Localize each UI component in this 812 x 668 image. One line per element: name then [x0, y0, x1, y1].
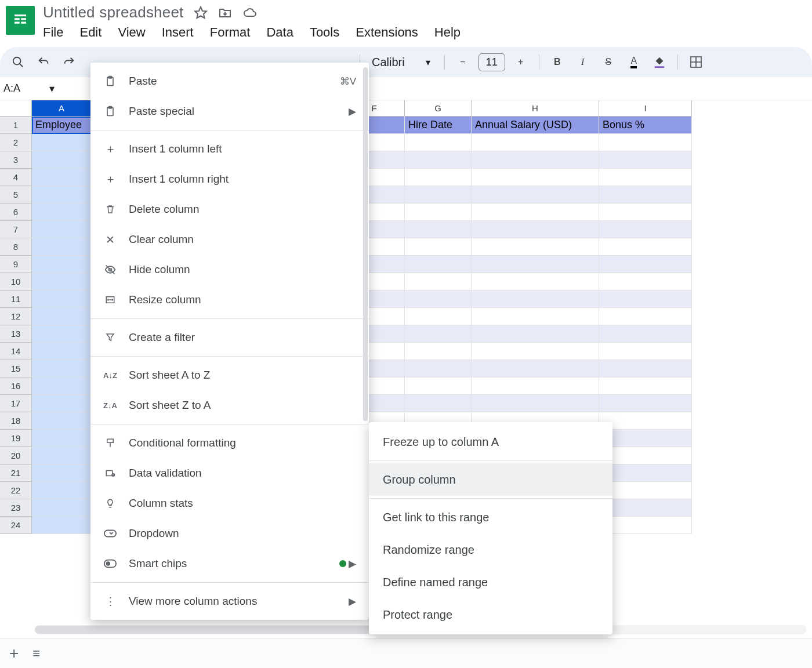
menu-view[interactable]: View	[118, 25, 145, 40]
name-box[interactable]: A:A ▾	[0, 82, 63, 95]
row-header[interactable]: 15	[0, 360, 32, 377]
cell[interactable]	[472, 343, 599, 360]
cell[interactable]	[472, 256, 599, 273]
submenu-freeze[interactable]: Freeze up to column A	[369, 426, 612, 458]
cell[interactable]	[32, 360, 92, 377]
menu-create-filter[interactable]: Create a filter	[90, 322, 369, 353]
cell[interactable]	[599, 343, 692, 360]
cell[interactable]	[599, 447, 692, 464]
row-header[interactable]: 1	[0, 117, 32, 134]
col-header-I[interactable]: I	[599, 100, 692, 117]
cell[interactable]	[32, 482, 92, 499]
add-sheet-icon[interactable]: +	[9, 644, 19, 663]
cell[interactable]	[472, 308, 599, 325]
cell[interactable]	[472, 186, 599, 204]
menu-column-stats[interactable]: Column stats	[90, 488, 369, 518]
row-header[interactable]: 23	[0, 499, 32, 517]
cell[interactable]	[599, 204, 692, 221]
font-name[interactable]: Calibri	[372, 56, 405, 69]
cell[interactable]	[405, 186, 472, 204]
col-header-H[interactable]: H	[472, 100, 599, 117]
cell[interactable]	[405, 169, 472, 186]
row-header[interactable]: 24	[0, 517, 32, 534]
menu-insert-col-left[interactable]: ＋Insert 1 column left	[90, 134, 369, 164]
menu-hide-col[interactable]: Hide column	[90, 255, 369, 285]
menu-insert[interactable]: Insert	[162, 25, 194, 40]
menu-edit[interactable]: Edit	[79, 25, 102, 40]
increase-font-icon[interactable]: +	[511, 52, 531, 72]
col-header-G[interactable]: G	[405, 100, 472, 117]
decrease-font-icon[interactable]: −	[453, 52, 473, 72]
search-icon[interactable]	[8, 52, 28, 72]
menu-sort-az[interactable]: A↓ZSort sheet A to Z	[90, 360, 369, 390]
menu-view-more-actions[interactable]: ⋮View more column actions▶	[90, 586, 369, 616]
menu-clear-col[interactable]: ✕Clear column	[90, 224, 369, 255]
cell[interactable]	[32, 221, 92, 238]
redo-icon[interactable]	[59, 52, 79, 72]
font-size-input[interactable]: 11	[478, 53, 505, 71]
menu-extensions[interactable]: Extensions	[356, 25, 418, 40]
cell[interactable]	[599, 517, 692, 534]
cell[interactable]	[599, 308, 692, 325]
cell[interactable]	[32, 377, 92, 395]
cell[interactable]	[405, 134, 472, 151]
sheets-logo-icon[interactable]	[6, 6, 35, 35]
menu-resize-col[interactable]: Resize column	[90, 285, 369, 315]
cell[interactable]	[599, 430, 692, 447]
menu-data-validation[interactable]: Data validation	[90, 458, 369, 488]
cell[interactable]	[32, 395, 92, 412]
row-header[interactable]: 19	[0, 430, 32, 447]
row-header[interactable]: 6	[0, 204, 32, 221]
menu-paste[interactable]: Paste ⌘V	[90, 66, 369, 96]
cell[interactable]	[32, 204, 92, 221]
cell[interactable]	[472, 360, 599, 377]
cell[interactable]	[472, 204, 599, 221]
menu-data[interactable]: Data	[266, 25, 293, 40]
cell[interactable]	[599, 325, 692, 343]
cell[interactable]	[405, 256, 472, 273]
row-header[interactable]: 18	[0, 412, 32, 430]
cell[interactable]	[599, 499, 692, 517]
doc-title[interactable]: Untitled spreadsheet	[43, 3, 183, 21]
cell[interactable]	[32, 238, 92, 256]
cell[interactable]	[32, 464, 92, 482]
row-header[interactable]: 13	[0, 325, 32, 343]
cell[interactable]	[472, 221, 599, 238]
cell[interactable]	[32, 412, 92, 430]
cell[interactable]	[472, 395, 599, 412]
cell[interactable]	[32, 517, 92, 534]
cell[interactable]	[599, 134, 692, 151]
row-header[interactable]: 20	[0, 447, 32, 464]
move-folder-icon[interactable]	[218, 6, 232, 20]
row-header[interactable]: 8	[0, 238, 32, 256]
cell[interactable]	[599, 256, 692, 273]
menu-format[interactable]: Format	[210, 25, 251, 40]
text-color-icon[interactable]: A	[624, 52, 644, 72]
fill-color-icon[interactable]	[650, 52, 669, 72]
cell[interactable]: Annual Salary (USD)	[472, 117, 599, 134]
submenu-randomize[interactable]: Randomize range	[369, 533, 612, 566]
cell[interactable]	[32, 134, 92, 151]
cell[interactable]	[599, 464, 692, 482]
cell[interactable]	[472, 151, 599, 169]
menu-paste-special[interactable]: Paste special ▶	[90, 96, 369, 126]
font-dropdown-icon[interactable]: ▾	[426, 57, 430, 68]
menu-tools[interactable]: Tools	[310, 25, 339, 40]
submenu-named-range[interactable]: Define named range	[369, 566, 612, 598]
star-icon[interactable]	[194, 6, 208, 20]
submenu-protect[interactable]: Protect range	[369, 598, 612, 631]
cell[interactable]	[32, 186, 92, 204]
select-all-corner[interactable]	[0, 100, 32, 117]
cell[interactable]	[405, 221, 472, 238]
row-header[interactable]: 17	[0, 395, 32, 412]
cell[interactable]	[472, 273, 599, 291]
cell[interactable]	[405, 273, 472, 291]
cell[interactable]	[472, 169, 599, 186]
menu-help[interactable]: Help	[434, 25, 461, 40]
undo-icon[interactable]	[34, 52, 53, 72]
menu-dropdown[interactable]: Dropdown	[90, 518, 369, 549]
cell[interactable]	[32, 499, 92, 517]
row-header[interactable]: 16	[0, 377, 32, 395]
cell[interactable]: Hire Date	[405, 117, 472, 134]
cell[interactable]	[599, 360, 692, 377]
